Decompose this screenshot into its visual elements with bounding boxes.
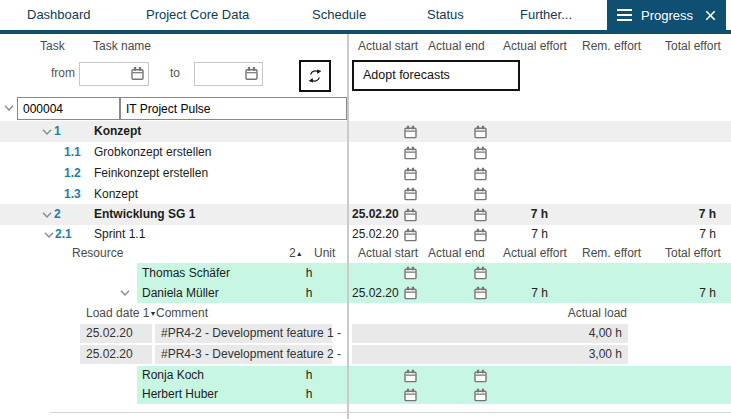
tab-status[interactable]: Status — [427, 0, 464, 30]
tab-project-core-data[interactable]: Project Core Data — [146, 0, 249, 30]
table-bottom-border — [50, 412, 731, 413]
tab-progress-label: Progress — [641, 8, 693, 23]
col-unit[interactable]: Unit — [314, 244, 335, 263]
col-comment[interactable]: Comment — [156, 303, 208, 323]
col-task: Task — [40, 34, 65, 58]
calendar-icon[interactable] — [404, 267, 417, 280]
resource-row-highlight — [137, 366, 731, 385]
calendar-icon[interactable] — [404, 125, 417, 138]
task-name: Konzept — [94, 121, 141, 142]
calendar-icon[interactable] — [404, 287, 417, 300]
resource-row[interactable]: Daniela Müller h 25.02.20 7 h 7 h — [0, 283, 731, 303]
calendar-icon[interactable] — [245, 67, 258, 80]
calendar-icon[interactable] — [474, 287, 487, 300]
actual-effort-value: 7 h — [495, 204, 548, 225]
calendar-icon[interactable] — [404, 388, 417, 401]
calendar-icon[interactable] — [404, 369, 417, 382]
chevron-down-icon[interactable] — [4, 105, 14, 112]
project-name-input[interactable] — [120, 97, 347, 120]
calendar-icon[interactable] — [474, 369, 487, 382]
load-comment-cell: #PR4-3 - Development feature 2 - — [155, 345, 332, 364]
col-actual-effort: Actual effort — [503, 34, 567, 58]
task-number: 2.1 — [55, 225, 72, 244]
resource-unit: h — [300, 385, 318, 404]
from-label: from — [51, 60, 75, 87]
tab-dashboard[interactable]: Dashboard — [27, 0, 91, 30]
calendar-icon[interactable] — [474, 208, 487, 221]
load-date-cell: 25.02.20 — [80, 345, 152, 364]
project-id-input[interactable] — [17, 97, 120, 120]
total-effort-value: 7 h — [640, 225, 716, 244]
col-actual-end: Actual end — [428, 34, 485, 58]
calendar-icon[interactable] — [404, 228, 417, 241]
load-value-cell: 3,00 h — [352, 345, 628, 364]
adopt-forecasts-button[interactable]: Adopt forecasts — [352, 60, 520, 91]
project-row[interactable] — [0, 96, 731, 120]
calendar-icon[interactable] — [474, 146, 487, 159]
calendar-icon[interactable] — [474, 188, 487, 201]
task-name: Konzept — [94, 184, 138, 204]
col-task-name: Task name — [93, 34, 151, 58]
tab-further[interactable]: Further... — [520, 0, 572, 30]
chevron-down-icon[interactable] — [44, 231, 54, 238]
calendar-icon[interactable] — [474, 167, 487, 180]
task-row[interactable]: 1 Konzept — [0, 121, 731, 142]
task-row[interactable]: 2 Entwicklung SG 1 25.02.20 7 h 7 h — [0, 204, 731, 225]
chevron-down-icon[interactable] — [42, 211, 52, 218]
tab-progress[interactable]: Progress — [607, 0, 726, 30]
calendar-icon[interactable] — [404, 167, 417, 180]
resource-unit: h — [300, 283, 318, 303]
resource-unit: h — [300, 366, 318, 385]
calendar-icon[interactable] — [474, 388, 487, 401]
task-number: 2 — [54, 204, 61, 225]
col-actual-load[interactable]: Actual load — [450, 303, 627, 323]
calendar-icon[interactable] — [404, 188, 417, 201]
calendar-icon[interactable] — [474, 228, 487, 241]
task-row[interactable]: 1.3 Konzept — [0, 184, 731, 204]
sort-indicator[interactable]: 2▲ — [289, 244, 303, 263]
task-name: Sprint 1.1 — [94, 225, 145, 244]
tab-bar: Dashboard Project Core Data Schedule Sta… — [0, 0, 731, 30]
load-date-cell: 25.02.20 — [80, 324, 152, 343]
total-effort-value: 7 h — [640, 283, 716, 303]
close-icon[interactable] — [705, 10, 716, 21]
load-value-cell: 4,00 h — [352, 324, 628, 343]
task-row[interactable]: 2.1 Sprint 1.1 25.02.20 7 h 7 h — [0, 225, 731, 244]
resource-row[interactable]: Thomas Schäfer h — [0, 263, 731, 283]
task-number: 1.1 — [64, 142, 81, 163]
actual-start-value: 25.02.20 — [352, 283, 399, 303]
col-actual-start: Actual start — [358, 34, 418, 58]
resource-row[interactable]: Ronja Koch h — [0, 366, 731, 385]
load-row[interactable]: 25.02.20 #PR4-2 - Development feature 1 … — [0, 324, 731, 344]
column-header-row: Task Task name Actual start Actual end A… — [0, 34, 731, 58]
resource-row[interactable]: Herbert Huber h — [0, 385, 731, 404]
chevron-down-icon[interactable] — [42, 128, 52, 135]
resource-name: Ronja Koch — [142, 366, 204, 385]
tab-schedule[interactable]: Schedule — [312, 0, 366, 30]
actual-effort-value: 7 h — [495, 283, 548, 303]
col-load-date[interactable]: Load date 1▼ — [86, 303, 156, 324]
calendar-icon[interactable] — [404, 146, 417, 159]
to-label: to — [170, 60, 180, 87]
chevron-down-icon[interactable] — [120, 290, 130, 297]
to-date-input[interactable] — [197, 64, 248, 84]
col-resource[interactable]: Resource — [72, 244, 123, 263]
col-rem-effort: Rem. effort — [582, 244, 641, 263]
calendar-icon[interactable] — [474, 267, 487, 280]
task-name: Grobkonzept erstellen — [94, 142, 211, 163]
from-date-field[interactable] — [79, 62, 149, 86]
actual-start-value: 25.02.20 — [352, 225, 399, 244]
from-date-input[interactable] — [82, 64, 134, 84]
resource-name: Herbert Huber — [142, 385, 218, 404]
to-date-field[interactable] — [194, 62, 263, 86]
menu-icon[interactable] — [617, 9, 632, 22]
calendar-icon[interactable] — [131, 67, 144, 80]
resource-name: Thomas Schäfer — [142, 263, 230, 283]
load-row[interactable]: 25.02.20 #PR4-3 - Development feature 2 … — [0, 345, 731, 365]
task-row[interactable]: 1.1 Grobkonzept erstellen — [0, 142, 731, 163]
col-rem-effort: Rem. effort — [582, 34, 641, 58]
calendar-icon[interactable] — [404, 208, 417, 221]
calendar-icon[interactable] — [474, 125, 487, 138]
refresh-button[interactable] — [299, 60, 331, 92]
task-row[interactable]: 1.2 Feinkonzept erstellen — [0, 163, 731, 184]
